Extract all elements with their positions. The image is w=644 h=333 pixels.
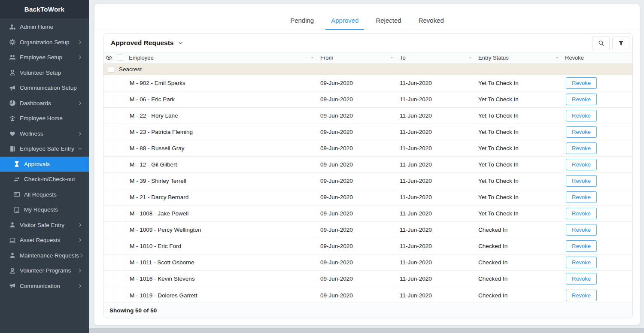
sidebar-item[interactable]: Wellness xyxy=(0,126,89,142)
sidebar-item-icon xyxy=(9,130,16,137)
sidebar-item-icon xyxy=(13,176,20,183)
column-header[interactable]: Revoke xyxy=(562,52,632,63)
revoke-button[interactable]: Revoke xyxy=(566,257,597,268)
sidebar-item[interactable]: Maintenance Requests xyxy=(0,248,89,263)
group-row: Seacrest xyxy=(103,64,632,75)
sort-chevron-icon[interactable] xyxy=(468,56,472,60)
sidebar-item[interactable]: Employee Home xyxy=(0,111,89,126)
sidebar-item[interactable]: Approvals xyxy=(0,157,89,172)
revoke-button[interactable]: Revoke xyxy=(566,175,597,187)
revoke-button[interactable]: Revoke xyxy=(566,224,597,236)
sidebar-item[interactable]: Admin Home xyxy=(0,19,89,35)
title-dropdown-icon[interactable] xyxy=(178,41,183,45)
sidebar: BackToWork Admin Home Organization Setup… xyxy=(0,0,89,333)
to-date-cell: 11-Jun-2020 xyxy=(396,161,475,168)
group-checkbox[interactable] xyxy=(108,66,114,73)
revoke-button[interactable]: Revoke xyxy=(566,191,597,203)
sidebar-item[interactable]: Visitor Safe Entry xyxy=(0,218,89,233)
to-date-cell: 11-Jun-2020 xyxy=(396,227,475,233)
sidebar-item-icon xyxy=(9,282,16,289)
table-row: M - 23 - Patricia Fleming 09-Jun-2020 11… xyxy=(103,124,632,140)
entry-status-cell: Yet To Check In xyxy=(475,161,562,168)
table-row: M - 22 - Rory Lane 09-Jun-2020 11-Jun-20… xyxy=(103,108,632,124)
eye-icon[interactable] xyxy=(103,54,114,61)
employee-cell: M - 902 - Emil Sparks xyxy=(125,80,317,86)
column-header[interactable]: To xyxy=(396,52,475,63)
employee-cell: M - 12 - Gil Gilbert xyxy=(125,161,317,168)
revoke-button[interactable]: Revoke xyxy=(566,142,597,154)
chevron-icon xyxy=(78,131,82,136)
table-row: M - 902 - Emil Sparks 09-Jun-2020 11-Jun… xyxy=(103,75,632,91)
sidebar-menu: Admin Home Organization Setup Employee S… xyxy=(0,18,89,294)
revoke-button[interactable]: Revoke xyxy=(566,94,597,105)
column-header-label: To xyxy=(400,54,406,61)
sidebar-item-label: Wellness xyxy=(20,130,43,137)
sidebar-item[interactable]: Volunteer Programs xyxy=(0,263,89,279)
sidebar-item-label: My Requests xyxy=(24,206,58,213)
entry-status-cell: Checked In xyxy=(475,275,562,282)
sidebar-item[interactable]: Employee Setup xyxy=(0,50,89,65)
sort-chevron-icon[interactable] xyxy=(310,56,314,60)
sort-chevron-icon[interactable] xyxy=(390,56,394,60)
panel-title[interactable]: Approved Requests xyxy=(111,39,173,47)
tab[interactable]: Approved xyxy=(331,17,358,30)
revoke-button[interactable]: Revoke xyxy=(566,208,597,219)
table-row: M - 21 - Darcy Bernard 09-Jun-2020 11-Ju… xyxy=(103,189,632,206)
sidebar-item[interactable]: All Requests xyxy=(0,187,89,203)
table-row: M - 1008 - Jake Powell 09-Jun-2020 11-Ju… xyxy=(103,206,632,222)
revoke-button[interactable]: Revoke xyxy=(566,126,597,138)
revoke-button[interactable]: Revoke xyxy=(566,273,597,285)
employee-cell: M - 1009 - Percy Wellington xyxy=(125,227,317,233)
filter-icon xyxy=(618,40,624,46)
search-icon xyxy=(598,40,605,46)
table-header: Employee From To Entry Status Re xyxy=(103,52,632,64)
content-card: Pending Approved Rejected Revoked Approv… xyxy=(94,4,640,325)
entry-status-cell: Yet To Check In xyxy=(475,194,562,200)
revoke-button[interactable]: Revoke xyxy=(566,240,597,252)
sidebar-item[interactable]: Dashboards xyxy=(0,96,89,111)
entry-status-cell: Checked In xyxy=(475,292,562,299)
sidebar-item[interactable]: Volunteer Setup xyxy=(0,65,89,81)
sidebar-item[interactable]: Communication Setup xyxy=(0,80,89,96)
select-all-checkbox[interactable] xyxy=(117,54,123,61)
search-button[interactable] xyxy=(592,36,610,50)
tab-label: Approved xyxy=(331,17,358,24)
column-header[interactable]: Employee xyxy=(125,52,317,63)
column-header[interactable]: From xyxy=(317,52,396,63)
sidebar-item-icon xyxy=(9,85,16,91)
from-date-cell: 09-Jun-2020 xyxy=(317,161,396,168)
table-row: M - 1011 - Scott Osborne 09-Jun-2020 11-… xyxy=(103,254,632,271)
entry-status-cell: Yet To Check In xyxy=(475,96,562,103)
sidebar-item[interactable]: Employee Safe Entry xyxy=(0,141,89,157)
sidebar-item[interactable]: My Requests xyxy=(0,202,89,218)
revoke-button[interactable]: Revoke xyxy=(566,110,597,121)
chevron-icon xyxy=(78,101,82,106)
sort-chevron-icon[interactable] xyxy=(555,56,559,60)
column-header[interactable]: Entry Status xyxy=(475,52,562,63)
sidebar-item[interactable]: Communication xyxy=(0,279,89,294)
revoke-button[interactable]: Revoke xyxy=(566,159,597,170)
tab[interactable]: Pending xyxy=(290,17,314,30)
chevron-icon xyxy=(78,223,82,227)
from-date-cell: 09-Jun-2020 xyxy=(317,145,396,151)
sidebar-item[interactable]: Asset Requests xyxy=(0,233,89,248)
sidebar-item-label: Communication xyxy=(20,283,60,289)
page-bottom-edge xyxy=(89,328,644,333)
from-date-cell: 09-Jun-2020 xyxy=(317,129,396,135)
table-row: M - 1009 - Percy Wellington 09-Jun-2020 … xyxy=(103,222,632,238)
sidebar-item[interactable]: Organization Setup xyxy=(0,35,89,50)
sidebar-item-label: Asset Requests xyxy=(20,237,61,243)
tab[interactable]: Rejected xyxy=(376,17,401,30)
tab[interactable]: Revoked xyxy=(419,17,444,30)
filter-button[interactable] xyxy=(612,36,629,50)
sidebar-item-label: Maintenance Requests xyxy=(20,252,79,259)
table-row: M - 1019 - Dolores Garrett 09-Jun-2020 1… xyxy=(103,287,632,303)
table-footer: Showing 50 of 50 xyxy=(103,303,632,318)
entry-status-cell: Yet To Check In xyxy=(475,210,562,217)
from-date-cell: 09-Jun-2020 xyxy=(317,259,396,266)
to-date-cell: 11-Jun-2020 xyxy=(396,145,475,151)
revoke-button[interactable]: Revoke xyxy=(566,290,597,301)
revoke-button[interactable]: Revoke xyxy=(566,77,597,89)
sidebar-item[interactable]: Check-in/Check-out xyxy=(0,172,89,187)
row-count: Showing 50 of 50 xyxy=(109,307,157,314)
